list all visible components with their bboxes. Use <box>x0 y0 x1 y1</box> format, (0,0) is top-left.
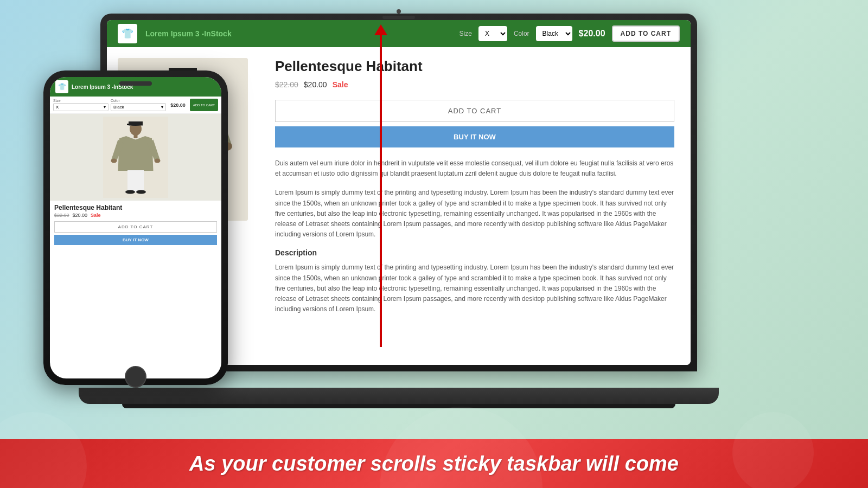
title-prefix: Lorem Ipsum 3 <box>145 29 201 38</box>
bottom-banner: As your customer scrolls sticky taskbar … <box>0 439 868 488</box>
store-logo: 👕 <box>118 24 137 43</box>
svg-point-22 <box>136 190 146 194</box>
sale-badge: Sale <box>333 80 348 89</box>
phone-size-field: Size X ▾ <box>53 99 108 111</box>
size-select[interactable]: X XS S M L XL <box>478 26 507 41</box>
product-add-to-cart-button[interactable]: ADD TO CART <box>275 100 674 122</box>
svg-rect-17 <box>134 135 138 138</box>
phone-price: $20.00 <box>168 99 188 111</box>
phone-size-select[interactable]: X ▾ <box>53 103 108 111</box>
phone-add-btn[interactable]: ADD TO CART <box>190 99 218 111</box>
sale-price: $20.00 <box>304 80 327 89</box>
phone-home-button[interactable] <box>125 366 146 388</box>
phone-orig-price: $22.00 <box>54 213 69 218</box>
phone-size-label: Size <box>53 99 108 102</box>
sticky-controls: Size X XS S M L XL Color Black White Gra… <box>459 25 680 42</box>
product-desc-p2: Lorem Ipsum is simply dummy text of the … <box>275 188 674 240</box>
laptop-base <box>79 388 719 404</box>
color-label: Color <box>514 30 529 37</box>
phone-product-image <box>50 114 221 201</box>
product-desc-p3: Lorem Ipsum is simply dummy text of the … <box>275 262 674 314</box>
phone-color-field: Color Black ▾ <box>111 99 166 111</box>
product-buy-now-button[interactable]: BUY IT NOW <box>275 126 674 147</box>
svg-rect-15 <box>129 121 143 126</box>
svg-rect-20 <box>127 170 144 192</box>
phone-controls-row: Size X ▾ Color Black ▾ $20.00 ADD TO CAR… <box>50 97 221 114</box>
sticky-header: 👕 Lorem Ipsum 3 -InStock Size X XS S M L… <box>107 20 691 47</box>
store-title: Lorem Ipsum 3 -InStock <box>145 29 232 38</box>
original-price: $22.00 <box>275 80 298 89</box>
svg-point-19 <box>155 159 161 163</box>
phone-product-svg <box>103 114 168 201</box>
svg-point-21 <box>125 190 135 194</box>
phone-screen: 👕 Lorem Ipsum 3 -InStock Size X ▾ Color … <box>50 77 221 378</box>
scroll-arrow <box>380 33 382 347</box>
phone-sticky-header: 👕 Lorem Ipsum 3 -InStock <box>50 77 221 97</box>
description-heading: Description <box>275 248 674 257</box>
phone-body: 👕 Lorem Ipsum 3 -InStock Size X ▾ Color … <box>43 70 228 385</box>
color-select[interactable]: Black White Gray <box>536 26 572 41</box>
title-suffix: -InStock <box>201 29 231 38</box>
laptop-notch <box>382 16 415 19</box>
phone-cart-button[interactable]: ADD TO CART <box>54 221 217 233</box>
product-title: Pellentesque Habitant <box>275 58 674 75</box>
phone-sale-price: $20.00 <box>73 213 88 218</box>
phone-logo: 👕 <box>55 80 68 93</box>
phone-size-chevron-icon: ▾ <box>104 105 106 110</box>
phone-color-value: Black <box>113 105 124 110</box>
phone-device: 👕 Lorem Ipsum 3 -InStock Size X ▾ Color … <box>43 70 228 385</box>
header-add-to-cart-button[interactable]: ADD TO CART <box>612 25 680 42</box>
phone-size-value: X <box>56 105 59 110</box>
phone-product-title: Pellentesque Habitant <box>50 201 221 213</box>
price-row: $22.00 $20.00 Sale <box>275 80 674 89</box>
phone-color-select[interactable]: Black ▾ <box>111 103 166 111</box>
svg-point-18 <box>111 159 117 163</box>
phone-buy-now-button[interactable]: BUY IT NOW <box>54 235 217 245</box>
phone-color-label: Color <box>111 99 166 102</box>
phone-sale-badge: Sale <box>91 213 101 218</box>
phone-price-row: $22.00 $20.00 Sale <box>50 213 221 221</box>
phone-camera <box>119 81 152 86</box>
svg-rect-16 <box>127 124 129 125</box>
product-desc-p1: Duis autem vel eum iriure dolor in hendr… <box>275 158 674 179</box>
phone-color-chevron-icon: ▾ <box>161 105 163 110</box>
size-label: Size <box>459 30 472 37</box>
laptop-camera <box>397 9 401 14</box>
product-details-section: Pellentesque Habitant $22.00 $20.00 Sale… <box>259 47 691 365</box>
header-price: $20.00 <box>579 29 605 38</box>
